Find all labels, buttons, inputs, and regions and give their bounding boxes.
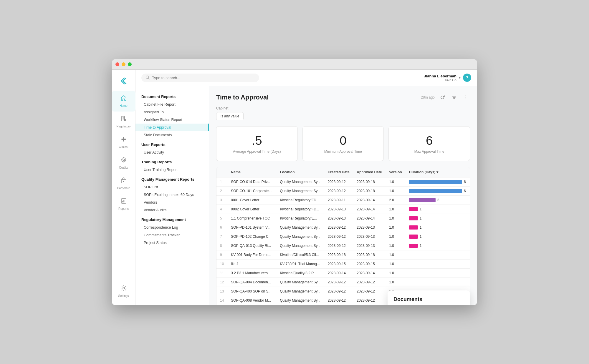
row-created: 2023-09-12 xyxy=(324,287,353,296)
col-header-version[interactable]: Version xyxy=(386,167,406,177)
sidebar-item-regulatory[interactable]: Regulatory xyxy=(112,112,135,132)
table-row[interactable]: 3 0001 Cover Letter Kivotine/Regulatory/… xyxy=(216,195,470,205)
sidebar-item-sop-list[interactable]: SOP List xyxy=(135,183,209,191)
stat-value-avg: .5 xyxy=(222,134,292,148)
row-created: 2023-09-12 xyxy=(324,186,353,195)
row-created: 2023-09-18 xyxy=(324,250,353,259)
row-approved: 2023-09-15 xyxy=(353,259,386,268)
table-row[interactable]: 9 KV-001 Body For Demo... Kivotine/Clini… xyxy=(216,250,470,259)
row-location: Quality Management S... xyxy=(277,305,324,305)
row-location: Kivotine/Regulatory/E... xyxy=(277,214,324,223)
close-dot[interactable] xyxy=(115,62,119,66)
row-approved: 2023-09-13 xyxy=(353,241,386,250)
table-row[interactable]: 4 0002 Cover Letter Kivotine/Regulatory/… xyxy=(216,205,470,214)
minimize-dot[interactable] xyxy=(122,62,125,66)
sidebar-item-vendor-audits[interactable]: Vendor Audits xyxy=(135,206,209,214)
more-options-button[interactable]: ⋮ xyxy=(462,93,470,102)
search-bar[interactable] xyxy=(141,74,259,82)
search-icon xyxy=(145,75,150,80)
documents-card: Documents xyxy=(388,290,470,305)
user-org: Kivo Go xyxy=(424,78,456,82)
row-name: 0002 Cover Letter xyxy=(227,205,276,214)
chevron-down-icon[interactable]: ▾ xyxy=(459,76,461,80)
row-version: 1.0 xyxy=(386,186,406,195)
sidebar-item-vendors[interactable]: Vendors xyxy=(135,199,209,206)
search-input[interactable] xyxy=(152,76,255,80)
sidebar-item-clinical[interactable]: Clinical xyxy=(112,132,135,153)
svg-line-15 xyxy=(148,78,150,79)
sidebar-item-reports[interactable]: Reports xyxy=(112,194,135,215)
table-row[interactable]: 5 1.1 Comprehensive TOC Kivotine/Regulat… xyxy=(216,214,470,223)
row-num: 15 xyxy=(216,305,227,305)
section-title-training-reports: Training Reports xyxy=(135,156,209,166)
table-row[interactable]: 10 file-1 KV-789/01. Trial Manag... 2023… xyxy=(216,259,470,268)
corporate-icon xyxy=(120,177,127,185)
sidebar-item-project-status[interactable]: Project Status xyxy=(135,239,209,247)
table-row[interactable]: 11 3.2.P3.1 Manufacturers Kivotine/Quali… xyxy=(216,268,470,277)
col-header-approved[interactable]: Approved Date xyxy=(353,167,386,177)
filter-button[interactable] xyxy=(450,93,458,102)
window-controls xyxy=(115,62,132,66)
user-name: Jianna Lieberman xyxy=(424,74,456,78)
stats-row: .5 Average Approval Time (Days) 0 Minimu… xyxy=(216,126,470,161)
col-header-duration[interactable]: Duration (Days) ▾ xyxy=(406,167,470,177)
table-section: Name Location Created Date Approved Date… xyxy=(216,167,470,305)
sidebar-item-stale-documents[interactable]: Stale Documents xyxy=(135,131,209,139)
table-row[interactable]: 6 SOP-PD-101 System V... Quality Managem… xyxy=(216,223,470,232)
logo xyxy=(112,73,135,91)
row-version: 1.0 xyxy=(386,232,406,241)
titlebar xyxy=(112,59,477,70)
svg-point-4 xyxy=(122,158,126,162)
table-row[interactable]: 12 SOP-QA-004 Documen... Quality Managem… xyxy=(216,277,470,287)
row-name: SOP-QA-013 Quality Ri... xyxy=(227,241,276,250)
sidebar-item-user-training-report[interactable]: User Training Report xyxy=(135,166,209,174)
row-location: Kivotine/Clinical/5.3 Cli... xyxy=(277,250,324,259)
row-version: 1.0 xyxy=(386,177,406,186)
regulatory-label: Regulatory xyxy=(116,125,130,128)
sidebar-item-commitments-tracker[interactable]: Commitments Tracker xyxy=(135,231,209,239)
row-approved: 2023-09-12 xyxy=(353,277,386,287)
clinical-label: Clinical xyxy=(119,145,128,149)
sidebar-item-assigned-to[interactable]: Assigned To xyxy=(135,108,209,116)
reports-sidebar: Document Reports Cabinet File Report Ass… xyxy=(135,86,209,305)
sidebar-item-user-activity[interactable]: User Activity xyxy=(135,149,209,156)
col-header-created[interactable]: Created Date xyxy=(324,167,353,177)
report-meta: 28m ago xyxy=(421,93,470,102)
sidebar-item-time-to-approval[interactable]: Time to Approval xyxy=(135,124,209,131)
row-approved: 2023-09-14 xyxy=(353,205,386,214)
filter-value-button[interactable]: is any value xyxy=(216,112,244,120)
sidebar-item-settings[interactable]: Settings xyxy=(112,281,135,302)
row-approved: 2023-09-13 xyxy=(353,223,386,232)
row-created: 2023-09-12 xyxy=(324,277,353,287)
row-name: SOP-PD-102 Change C... xyxy=(227,232,276,241)
row-location: Kivotine/Regulatory/FD... xyxy=(277,205,324,214)
row-name: SOP-PD-101 System V... xyxy=(227,223,276,232)
sidebar-item-quality[interactable]: Quality xyxy=(112,153,135,173)
row-duration: 1 xyxy=(406,241,470,250)
table-row[interactable]: 7 SOP-PD-102 Change C... Quality Managem… xyxy=(216,232,470,241)
row-approved: 2023-09-12 xyxy=(353,287,386,296)
row-name: file-1 xyxy=(227,259,276,268)
sidebar-item-workflow-status-report[interactable]: Workflow Status Report xyxy=(135,116,209,124)
row-location: Quality Management Sy... xyxy=(277,186,324,195)
col-header-name[interactable]: Name xyxy=(227,167,276,177)
table-row[interactable]: 8 SOP-QA-013 Quality Ri... Quality Manag… xyxy=(216,241,470,250)
row-num: 8 xyxy=(216,241,227,250)
user-area: Jianna Lieberman Kivo Go ▾ ? xyxy=(424,74,471,82)
sidebar-item-corporate[interactable]: Corporate xyxy=(112,173,135,194)
row-duration xyxy=(406,250,470,259)
row-name: SOP-QA-008 Vendor M... xyxy=(227,296,276,305)
refresh-button[interactable] xyxy=(438,93,446,102)
maximize-dot[interactable] xyxy=(128,62,132,66)
table-row[interactable]: 1 SOP-CO-014 Data Priv... Quality Manage… xyxy=(216,177,470,186)
sidebar-item-correspondence-log[interactable]: Correspondence Log xyxy=(135,224,209,231)
row-duration: 1 xyxy=(406,223,470,232)
help-button[interactable]: ? xyxy=(463,74,471,82)
sidebar-item-sops-expiring[interactable]: SOPs Expiring in next 60 Days xyxy=(135,191,209,199)
table-row[interactable]: 2 SOP-CO-101 Corporate... Quality Manage… xyxy=(216,186,470,195)
sidebar-item-cabinet-file-report[interactable]: Cabinet File Report xyxy=(135,101,209,108)
sidebar-item-home[interactable]: Home xyxy=(112,91,135,112)
col-header-location[interactable]: Location xyxy=(277,167,324,177)
stat-card-avg: .5 Average Approval Time (Days) xyxy=(216,126,298,161)
row-name: SOP-CL-100 SOP on Cli... xyxy=(227,305,276,305)
